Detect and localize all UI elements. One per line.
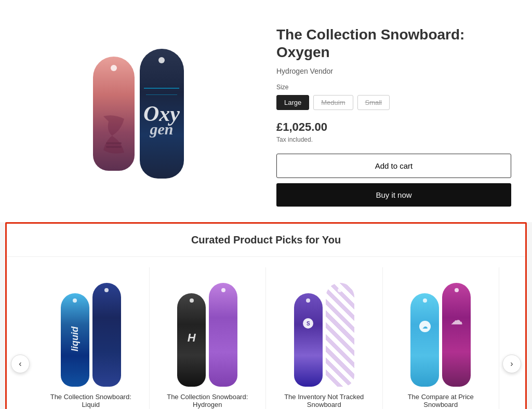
svg-rect-0 (106, 142, 122, 144)
board-compare-1: ☁ (410, 293, 439, 387)
carousel-prev-button[interactable]: ‹ (11, 355, 30, 373)
product-vendor: Hydrogen Vendor (276, 67, 511, 75)
curated-section: Curated Product Picks for You ‹ liquid T… (5, 222, 527, 409)
product-title: The Collection Snowboard: Oxygen (276, 26, 511, 61)
product-card-liquid: liquid The Collection Snowboard: Liquid … (33, 267, 150, 409)
card-title-inventory: The Inventory Not Tracked Snowboard (274, 393, 374, 409)
size-large[interactable]: Large (276, 95, 309, 110)
board-inventory-1: S (294, 293, 323, 387)
board-hydrogen-1: H (177, 293, 206, 387)
tax-note: Tax included. (276, 136, 511, 143)
product-card-hydrogen: H The Collection Snowboard: Hydrogen £60… (150, 267, 267, 409)
size-small[interactable]: Small (357, 95, 390, 110)
card-images-liquid: liquid (41, 272, 141, 387)
product-card-compare: ☁ ☁ The Compare at Price Snowboard £785.… (383, 267, 500, 409)
chevron-left-icon: ‹ (19, 359, 21, 369)
chevron-right-icon: › (510, 359, 513, 369)
product-price: £1,025.00 (276, 120, 511, 134)
add-to-cart-button[interactable]: Add to cart (276, 154, 511, 178)
size-options: Large Meduim Small (276, 95, 511, 110)
card-title-hydrogen: The Collection Snowboard: Hydrogen (158, 393, 258, 409)
size-label: Size (276, 84, 511, 91)
board-liquid-1: liquid (61, 293, 89, 387)
board-compare-2: ☁ (442, 283, 471, 387)
curated-title: Curated Product Picks for You (7, 224, 525, 257)
card-images-inventory: S (274, 272, 374, 387)
product-card-inventory: S The Inventory Not Tracked Snowboard £9… (266, 267, 383, 409)
size-medium[interactable]: Meduim (313, 95, 353, 110)
buy-now-button[interactable]: Buy it now (276, 183, 511, 207)
product-images: Oxy gen (21, 21, 256, 207)
card-title-compare: The Compare at Price Snowboard (391, 393, 491, 409)
card-images-compare: ☁ ☁ (391, 272, 491, 387)
product-image-pink (93, 57, 135, 171)
card-images-hydrogen: H (158, 272, 258, 387)
board-inventory-2 (326, 283, 354, 387)
products-row: ‹ liquid The Collection Snowboard: Liqui… (7, 257, 525, 409)
product-info: The Collection Snowboard: Oxygen Hydroge… (276, 21, 511, 207)
board-liquid-2 (92, 283, 121, 387)
carousel-next-button[interactable]: › (502, 355, 521, 373)
card-title-liquid: The Collection Snowboard: Liquid (41, 393, 141, 409)
svg-rect-1 (106, 146, 122, 148)
product-image-dark: Oxy gen (140, 49, 184, 179)
board-hydrogen-2 (209, 283, 237, 387)
